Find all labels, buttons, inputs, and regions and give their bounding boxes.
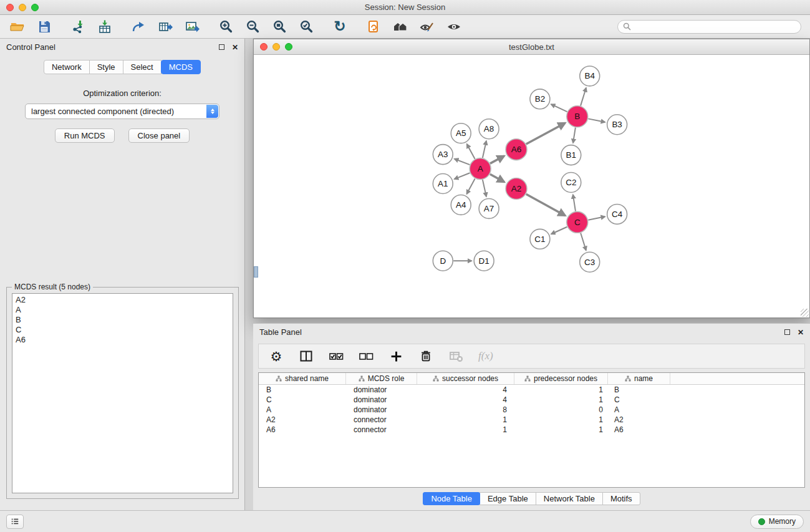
minimize-window-button[interactable] [19, 4, 26, 11]
export-table-button[interactable] [157, 18, 174, 36]
view-group [365, 18, 463, 36]
graph-edge-B-B3[interactable] [588, 118, 605, 122]
network-graph[interactable]: B4B2BB3A8A5A6A3B1AC2A1A2A4A7C4CC1DD1C3 [254, 56, 809, 317]
mcds-result-item[interactable]: C [16, 325, 229, 335]
tab-style[interactable]: Style [89, 60, 123, 74]
table-toolbar: ⚙ f(x) [258, 344, 805, 369]
select-all-rows-button[interactable] [329, 349, 344, 364]
run-mcds-button[interactable]: Run MCDS [55, 128, 115, 143]
graph-edge-A2-C[interactable] [526, 194, 566, 216]
mcds-result-item[interactable]: B [16, 315, 229, 325]
zoom-out-button[interactable] [244, 18, 261, 36]
graph-edge-A-A6[interactable] [490, 156, 504, 163]
open-session-button[interactable] [9, 18, 26, 36]
zoom-fit-button[interactable] [271, 18, 288, 36]
network-zoom-button[interactable] [285, 43, 292, 51]
tab-motifs[interactable]: Motifs [602, 492, 640, 505]
node-table: shared nameMCDS rolesuccessor nodesprede… [258, 372, 805, 488]
deselect-all-rows-button[interactable] [359, 349, 374, 364]
tab-select[interactable]: Select [123, 60, 162, 74]
float-panel-icon[interactable] [219, 44, 224, 50]
network-close-button[interactable] [260, 43, 268, 51]
table-row[interactable]: Bdominator41B [259, 385, 804, 395]
main-toolbar: ↻ [0, 15, 810, 39]
optimization-criterion-select[interactable]: largest connected component (directed) [25, 104, 219, 119]
graph-node-label: A8 [484, 124, 494, 133]
window-resize-grip[interactable] [801, 309, 809, 317]
cycle-views-button[interactable] [365, 18, 382, 36]
add-column-button[interactable] [388, 349, 403, 364]
eye-brush-icon [420, 19, 435, 34]
function-builder-button[interactable]: f(x) [478, 350, 493, 362]
column-header-successor-nodes[interactable]: successor nodes [417, 373, 514, 384]
eye-icon [446, 19, 461, 34]
tab-edge-table[interactable]: Edge Table [480, 492, 536, 505]
zoom-window-button[interactable] [31, 4, 39, 11]
column-header-shared-name[interactable]: shared name [259, 373, 346, 384]
column-header-name[interactable]: name [608, 373, 670, 384]
toggle-graphics-details-button[interactable] [418, 18, 436, 36]
column-header-predecessor-nodes[interactable]: predecessor nodes [514, 373, 608, 384]
graph-edge-A-A8[interactable] [483, 141, 486, 158]
show-home-panel-button[interactable] [392, 18, 409, 36]
graph-edge-A-A5[interactable] [467, 144, 475, 159]
float-table-panel-icon[interactable] [784, 329, 790, 335]
table-row[interactable]: Adominator80A [259, 405, 804, 415]
mcds-result-list[interactable]: A2ABCA6 [12, 293, 233, 493]
table-settings-button[interactable]: ⚙ [269, 349, 284, 364]
memory-status-icon [758, 518, 765, 525]
mcds-result-item[interactable]: A [16, 305, 229, 315]
tab-network[interactable]: Network [44, 60, 90, 74]
show-hide-details-button[interactable] [445, 18, 463, 36]
export-network-button[interactable] [130, 18, 147, 36]
graph-edge-A-A2[interactable] [490, 174, 504, 182]
import-network-button[interactable] [69, 18, 87, 36]
graph-edge-C-C4[interactable] [588, 216, 605, 220]
network-minimize-button[interactable] [272, 43, 280, 51]
delete-table-button[interactable] [448, 349, 463, 364]
table-row[interactable]: A6connector11A6 [259, 425, 804, 435]
graph-edge-A-A1[interactable] [455, 173, 470, 179]
zoom-in-button[interactable] [217, 18, 234, 36]
tab-network-table[interactable]: Network Table [536, 492, 603, 505]
close-table-panel-icon[interactable]: ✕ [798, 329, 804, 336]
apply-layout-button[interactable]: ↻ [331, 18, 349, 36]
save-session-button[interactable] [36, 18, 53, 36]
close-panel-button[interactable]: Close panel [128, 128, 190, 143]
birdseye-toggle-button[interactable] [254, 266, 258, 278]
zoom-selected-button[interactable] [297, 18, 315, 36]
window-controls [6, 0, 39, 14]
export-image-button[interactable] [183, 18, 201, 36]
graph-edge-C-C1[interactable] [551, 227, 567, 234]
column-header-mcds-role[interactable]: MCDS role [346, 373, 417, 384]
panel-selector-button[interactable] [6, 515, 24, 529]
toggle-columns-button[interactable] [299, 349, 314, 364]
optimization-criterion-value: largest connected component (directed) [31, 107, 174, 116]
graph-edge-C-C3[interactable] [581, 233, 586, 251]
search-input[interactable] [631, 22, 796, 31]
graph-edge-B-B4[interactable] [581, 88, 586, 106]
tab-node-table[interactable]: Node Table [423, 492, 480, 505]
memory-button[interactable]: Memory [750, 515, 804, 529]
import-table-button[interactable] [96, 18, 113, 36]
delete-columns-button[interactable] [418, 349, 433, 364]
graph-edge-A-A4[interactable] [466, 178, 475, 194]
graph-edge-A-A7[interactable] [483, 180, 486, 196]
table-cell: 1 [514, 385, 608, 395]
graph-edge-B-B2[interactable] [551, 104, 567, 112]
table-cell: A6 [259, 425, 346, 435]
table-row[interactable]: A2connector11A2 [259, 415, 804, 425]
network-canvas[interactable]: B4B2BB3A8A5A6A3B1AC2A1A2A4A7C4CC1DD1C3 [254, 56, 809, 317]
import-network-icon [70, 19, 85, 34]
mcds-result-item[interactable]: A6 [16, 335, 229, 345]
close-panel-icon[interactable]: ✕ [232, 44, 238, 51]
graph-edge-A6-B[interactable] [526, 123, 566, 144]
tab-mcds[interactable]: MCDS [161, 60, 201, 74]
table-row[interactable]: Cdominator41C [259, 395, 804, 405]
graph-edge-C-C2[interactable] [573, 195, 576, 211]
import-table-icon [97, 19, 112, 34]
mcds-result-item[interactable]: A2 [16, 295, 229, 305]
graph-edge-A-A3[interactable] [455, 159, 470, 165]
graph-edge-B-B1[interactable] [573, 128, 576, 143]
close-window-button[interactable] [6, 4, 14, 11]
